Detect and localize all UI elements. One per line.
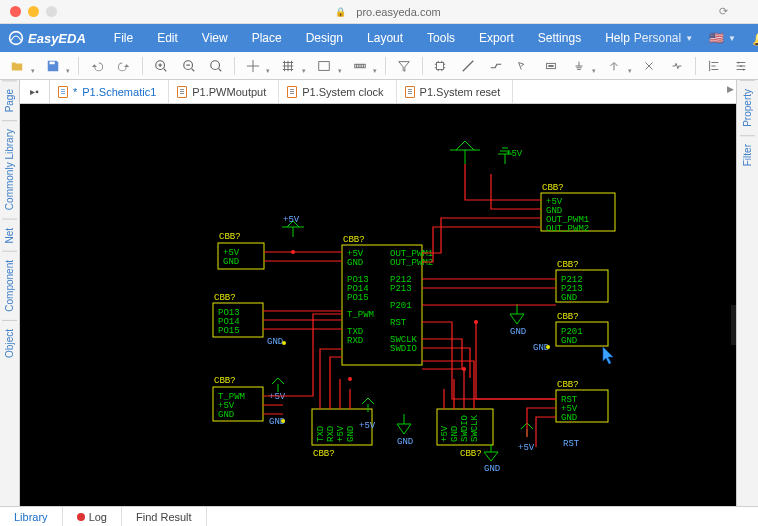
footer-tab-library[interactable]: Library — [0, 507, 63, 526]
undo-button[interactable] — [84, 54, 110, 78]
notifications-icon[interactable]: 🔔 — [746, 30, 758, 46]
align-left-button[interactable] — [701, 54, 727, 78]
redo-button[interactable] — [112, 54, 138, 78]
right-tab-filter[interactable]: Filter — [740, 135, 755, 174]
document-icon — [287, 86, 297, 98]
menu-edit[interactable]: Edit — [147, 31, 188, 45]
distribute-button[interactable] — [728, 54, 754, 78]
svg-point-94 — [474, 320, 478, 324]
svg-point-11 — [740, 65, 742, 67]
language-flag[interactable]: 🇺🇸 ▼ — [703, 31, 742, 45]
tabs-scroll-right[interactable]: ▶ — [727, 84, 734, 94]
menu-help[interactable]: Help Personal ▼ — [599, 31, 699, 45]
netlabel-button[interactable] — [510, 54, 536, 78]
zoom-out-button[interactable] — [176, 54, 202, 78]
menu-view[interactable]: View — [192, 31, 238, 45]
frame-button[interactable]: ▾ — [311, 54, 345, 78]
maximize-window-dot[interactable] — [46, 6, 57, 17]
menu-place[interactable]: Place — [242, 31, 292, 45]
svg-text:P213: P213 — [390, 284, 412, 294]
svg-point-93 — [462, 367, 466, 371]
svg-rect-7 — [437, 62, 444, 69]
doc-tab-pwmoutput[interactable]: P1.PWMoutput — [169, 80, 279, 103]
svg-point-12 — [743, 68, 745, 70]
svg-rect-1 — [49, 61, 54, 64]
document-icon — [405, 86, 415, 98]
svg-text:CBB?: CBB? — [343, 235, 365, 245]
part-button[interactable] — [538, 54, 564, 78]
zoom-in-button[interactable] — [148, 54, 174, 78]
svg-text:CBB?: CBB? — [214, 293, 236, 303]
main-area: Page Commonly Library Net Component Obje… — [0, 80, 758, 506]
svg-text:+5V: +5V — [283, 215, 300, 225]
svg-text:GND: GND — [267, 337, 283, 347]
tab-label: P1.Schematic1 — [82, 86, 156, 98]
svg-text:P201: P201 — [390, 301, 412, 311]
close-window-dot[interactable] — [10, 6, 21, 17]
svg-text:CBB?: CBB? — [557, 380, 579, 390]
svg-text:CBB?: CBB? — [219, 232, 241, 242]
left-tab-commonly-library[interactable]: Commonly Library — [2, 120, 17, 218]
help-sublabel: Personal — [634, 31, 681, 45]
reload-icon[interactable]: ⟳ — [719, 5, 728, 18]
open-button[interactable]: ▾ — [4, 54, 38, 78]
crosshair-button[interactable]: ▾ — [240, 54, 274, 78]
left-tab-page[interactable]: Page — [2, 80, 17, 120]
left-tab-net[interactable]: Net — [2, 219, 17, 252]
svg-text:+5V: +5V — [518, 443, 535, 453]
ruler-button[interactable]: ▾ — [347, 54, 381, 78]
menu-settings[interactable]: Settings — [528, 31, 591, 45]
grid-button[interactable]: ▾ — [275, 54, 309, 78]
symbol-button[interactable] — [664, 54, 690, 78]
svg-text:CBB?: CBB? — [557, 312, 579, 322]
right-tab-property[interactable]: Property — [740, 80, 755, 135]
svg-text:PO15: PO15 — [218, 326, 240, 336]
menu-layout[interactable]: Layout — [357, 31, 413, 45]
doc-tab-systemreset[interactable]: P1.System reset — [397, 80, 514, 103]
left-tab-object[interactable]: Object — [2, 320, 17, 366]
power-button[interactable]: ▾ — [601, 54, 635, 78]
menu-tools[interactable]: Tools — [417, 31, 465, 45]
zoom-fit-button[interactable] — [203, 54, 229, 78]
logo-text: EasyEDA — [28, 31, 86, 46]
svg-text:TXD: TXD — [316, 426, 326, 442]
svg-text:RST: RST — [390, 318, 407, 328]
menu-file[interactable]: File — [104, 31, 143, 45]
help-label: Help — [605, 31, 630, 45]
svg-point-47 — [282, 341, 286, 345]
svg-point-91 — [291, 250, 295, 254]
menu-design[interactable]: Design — [296, 31, 353, 45]
svg-text:RST: RST — [563, 439, 580, 449]
wire-button[interactable] — [455, 54, 481, 78]
svg-text:+5V: +5V — [336, 425, 346, 442]
filter-button[interactable] — [391, 54, 417, 78]
bus-button[interactable] — [483, 54, 509, 78]
svg-text:GND: GND — [218, 410, 234, 420]
vertical-scrollbar[interactable] — [731, 305, 736, 345]
footer-tab-find-result[interactable]: Find Result — [122, 507, 207, 526]
schematic-svg: CBB? +5V GND OUT_PWM1 OUT_PWM2 +5V CBB? … — [20, 104, 736, 506]
doc-tab-schematic1[interactable]: *P1.Schematic1 — [50, 80, 169, 103]
doc-tab-systemclock[interactable]: P1.System clock — [279, 80, 396, 103]
svg-text:OUT_PWM2: OUT_PWM2 — [390, 258, 433, 268]
ground-button[interactable]: ▾ — [566, 54, 600, 78]
minimize-window-dot[interactable] — [28, 6, 39, 17]
footer-tab-log[interactable]: Log — [63, 507, 122, 526]
noconnect-button[interactable] — [637, 54, 663, 78]
svg-point-4 — [211, 60, 220, 69]
document-tabs: ▸▪ *P1.Schematic1 P1.PWMoutput P1.System… — [20, 80, 736, 104]
left-tab-component[interactable]: Component — [2, 251, 17, 320]
schematic-canvas[interactable]: CBB? +5V GND OUT_PWM1 OUT_PWM2 +5V CBB? … — [20, 104, 736, 506]
svg-text:GND: GND — [510, 327, 526, 337]
lock-icon: 🔒 — [335, 7, 346, 17]
sheets-tree-toggle[interactable]: ▸▪ — [20, 80, 50, 103]
chip-button[interactable] — [428, 54, 454, 78]
save-button[interactable]: ▾ — [40, 54, 74, 78]
app-logo[interactable]: EasyEDA — [8, 30, 86, 46]
status-dot-icon — [77, 513, 85, 521]
menu-export[interactable]: Export — [469, 31, 524, 45]
svg-text:+5V: +5V — [359, 421, 376, 431]
svg-text:GND: GND — [397, 437, 413, 447]
svg-text:SWDIO: SWDIO — [460, 415, 470, 442]
window-titlebar: 🔒 pro.easyeda.com ⟳ — [0, 0, 758, 24]
